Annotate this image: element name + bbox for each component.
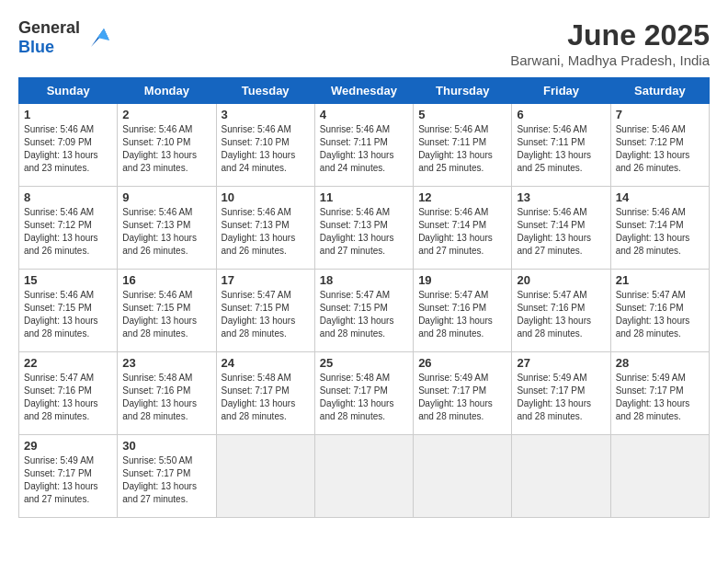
day-number: 11 [320, 190, 408, 204]
calendar-cell: 26Sunrise: 5:49 AM Sunset: 7:17 PM Dayli… [414, 352, 512, 435]
day-number: 21 [616, 273, 704, 287]
day-info: Sunrise: 5:49 AM Sunset: 7:17 PM Dayligh… [517, 372, 605, 423]
day-info: Sunrise: 5:49 AM Sunset: 7:17 PM Dayligh… [616, 372, 704, 423]
day-number: 1 [24, 108, 112, 121]
day-info: Sunrise: 5:48 AM Sunset: 7:16 PM Dayligh… [122, 372, 210, 423]
calendar-cell [216, 435, 314, 518]
day-number: 20 [517, 273, 605, 287]
day-info: Sunrise: 5:47 AM Sunset: 7:16 PM Dayligh… [24, 372, 112, 423]
day-info: Sunrise: 5:46 AM Sunset: 7:15 PM Dayligh… [122, 289, 210, 340]
day-info: Sunrise: 5:46 AM Sunset: 7:11 PM Dayligh… [418, 123, 506, 175]
calendar-header-row: SundayMondayTuesdayWednesdayThursdayFrid… [19, 78, 710, 104]
day-info: Sunrise: 5:47 AM Sunset: 7:15 PM Dayligh… [222, 289, 310, 340]
calendar-cell [512, 435, 610, 518]
logo-blue: Blue [18, 38, 54, 56]
day-number: 5 [418, 108, 506, 121]
day-number: 19 [418, 273, 506, 287]
calendar-cell: 18Sunrise: 5:47 AM Sunset: 7:15 PM Dayli… [314, 270, 413, 352]
day-info: Sunrise: 5:47 AM Sunset: 7:16 PM Dayligh… [517, 289, 605, 340]
day-info: Sunrise: 5:49 AM Sunset: 7:17 PM Dayligh… [418, 372, 506, 423]
calendar-header-wednesday: Wednesday [314, 78, 413, 104]
calendar-body: 1Sunrise: 5:46 AM Sunset: 7:09 PM Daylig… [19, 104, 710, 518]
calendar-cell: 29Sunrise: 5:49 AM Sunset: 7:17 PM Dayli… [19, 435, 118, 518]
calendar-cell: 23Sunrise: 5:48 AM Sunset: 7:16 PM Dayli… [118, 352, 216, 435]
month-title: June 2025 [510, 18, 710, 52]
day-number: 8 [24, 190, 112, 204]
day-number: 2 [122, 108, 210, 121]
calendar-week-1: 1Sunrise: 5:46 AM Sunset: 7:09 PM Daylig… [19, 104, 710, 187]
day-info: Sunrise: 5:46 AM Sunset: 7:09 PM Dayligh… [24, 123, 112, 175]
day-number: 10 [222, 190, 310, 204]
calendar-cell: 15Sunrise: 5:46 AM Sunset: 7:15 PM Dayli… [19, 270, 118, 352]
logo-text: General Blue [18, 18, 80, 57]
day-info: Sunrise: 5:49 AM Sunset: 7:17 PM Dayligh… [24, 454, 112, 506]
calendar-cell: 16Sunrise: 5:46 AM Sunset: 7:15 PM Dayli… [118, 270, 216, 352]
day-info: Sunrise: 5:46 AM Sunset: 7:14 PM Dayligh… [418, 206, 506, 258]
calendar-cell [414, 435, 512, 518]
day-info: Sunrise: 5:46 AM Sunset: 7:10 PM Dayligh… [122, 123, 210, 175]
day-number: 16 [122, 273, 210, 287]
title-area: June 2025 Barwani, Madhya Pradesh, India [510, 18, 710, 68]
calendar-cell: 11Sunrise: 5:46 AM Sunset: 7:13 PM Dayli… [314, 187, 413, 270]
day-number: 30 [122, 439, 210, 453]
day-info: Sunrise: 5:46 AM Sunset: 7:15 PM Dayligh… [24, 289, 112, 340]
calendar-cell: 8Sunrise: 5:46 AM Sunset: 7:12 PM Daylig… [19, 187, 118, 270]
day-info: Sunrise: 5:47 AM Sunset: 7:16 PM Dayligh… [418, 289, 506, 340]
calendar-header-tuesday: Tuesday [216, 78, 314, 104]
day-info: Sunrise: 5:46 AM Sunset: 7:14 PM Dayligh… [517, 206, 605, 258]
day-info: Sunrise: 5:46 AM Sunset: 7:11 PM Dayligh… [320, 123, 408, 175]
page-header: General Blue June 2025 Barwani, Madhya P… [18, 18, 710, 68]
day-number: 27 [517, 356, 605, 370]
calendar-cell: 4Sunrise: 5:46 AM Sunset: 7:11 PM Daylig… [314, 104, 413, 187]
day-info: Sunrise: 5:47 AM Sunset: 7:16 PM Dayligh… [616, 289, 704, 340]
location-title: Barwani, Madhya Pradesh, India [510, 52, 710, 68]
calendar-cell: 12Sunrise: 5:46 AM Sunset: 7:14 PM Dayli… [414, 187, 512, 270]
day-info: Sunrise: 5:46 AM Sunset: 7:12 PM Dayligh… [24, 206, 112, 258]
calendar-header-thursday: Thursday [414, 78, 512, 104]
day-info: Sunrise: 5:50 AM Sunset: 7:17 PM Dayligh… [122, 454, 210, 506]
day-number: 15 [24, 273, 112, 287]
day-info: Sunrise: 5:46 AM Sunset: 7:12 PM Dayligh… [616, 123, 704, 175]
day-info: Sunrise: 5:46 AM Sunset: 7:14 PM Dayligh… [616, 206, 704, 258]
day-number: 4 [320, 108, 408, 121]
calendar-week-5: 29Sunrise: 5:49 AM Sunset: 7:17 PM Dayli… [19, 435, 710, 518]
calendar-cell [314, 435, 413, 518]
day-number: 24 [222, 356, 310, 370]
calendar-cell: 10Sunrise: 5:46 AM Sunset: 7:13 PM Dayli… [216, 187, 314, 270]
day-number: 29 [24, 439, 112, 453]
calendar-week-4: 22Sunrise: 5:47 AM Sunset: 7:16 PM Dayli… [19, 352, 710, 435]
day-info: Sunrise: 5:46 AM Sunset: 7:13 PM Dayligh… [122, 206, 210, 258]
day-info: Sunrise: 5:48 AM Sunset: 7:17 PM Dayligh… [320, 372, 408, 423]
day-number: 18 [320, 273, 408, 287]
calendar-week-3: 15Sunrise: 5:46 AM Sunset: 7:15 PM Dayli… [19, 270, 710, 352]
calendar-header-monday: Monday [118, 78, 216, 104]
logo-general: General [18, 18, 80, 37]
day-info: Sunrise: 5:46 AM Sunset: 7:13 PM Dayligh… [320, 206, 408, 258]
calendar-cell: 2Sunrise: 5:46 AM Sunset: 7:10 PM Daylig… [118, 104, 216, 187]
svg-marker-1 [97, 29, 109, 40]
calendar-cell: 27Sunrise: 5:49 AM Sunset: 7:17 PM Dayli… [512, 352, 610, 435]
day-number: 17 [222, 273, 310, 287]
calendar-header-sunday: Sunday [19, 78, 118, 104]
calendar-cell: 28Sunrise: 5:49 AM Sunset: 7:17 PM Dayli… [610, 352, 709, 435]
day-info: Sunrise: 5:46 AM Sunset: 7:11 PM Dayligh… [517, 123, 605, 175]
day-number: 3 [222, 108, 310, 121]
calendar-cell: 9Sunrise: 5:46 AM Sunset: 7:13 PM Daylig… [118, 187, 216, 270]
calendar-cell: 3Sunrise: 5:46 AM Sunset: 7:10 PM Daylig… [216, 104, 314, 187]
logo: General Blue [18, 18, 111, 57]
calendar-cell: 5Sunrise: 5:46 AM Sunset: 7:11 PM Daylig… [414, 104, 512, 187]
day-info: Sunrise: 5:47 AM Sunset: 7:15 PM Dayligh… [320, 289, 408, 340]
day-number: 9 [122, 190, 210, 204]
day-number: 7 [616, 108, 704, 121]
calendar-cell: 13Sunrise: 5:46 AM Sunset: 7:14 PM Dayli… [512, 187, 610, 270]
calendar-cell: 22Sunrise: 5:47 AM Sunset: 7:16 PM Dayli… [19, 352, 118, 435]
day-number: 25 [320, 356, 408, 370]
calendar-cell: 25Sunrise: 5:48 AM Sunset: 7:17 PM Dayli… [314, 352, 413, 435]
calendar-header-friday: Friday [512, 78, 610, 104]
calendar-cell [610, 435, 709, 518]
calendar-cell: 6Sunrise: 5:46 AM Sunset: 7:11 PM Daylig… [512, 104, 610, 187]
logo-icon [84, 24, 111, 52]
calendar-cell: 19Sunrise: 5:47 AM Sunset: 7:16 PM Dayli… [414, 270, 512, 352]
day-number: 26 [418, 356, 506, 370]
day-number: 6 [517, 108, 605, 121]
